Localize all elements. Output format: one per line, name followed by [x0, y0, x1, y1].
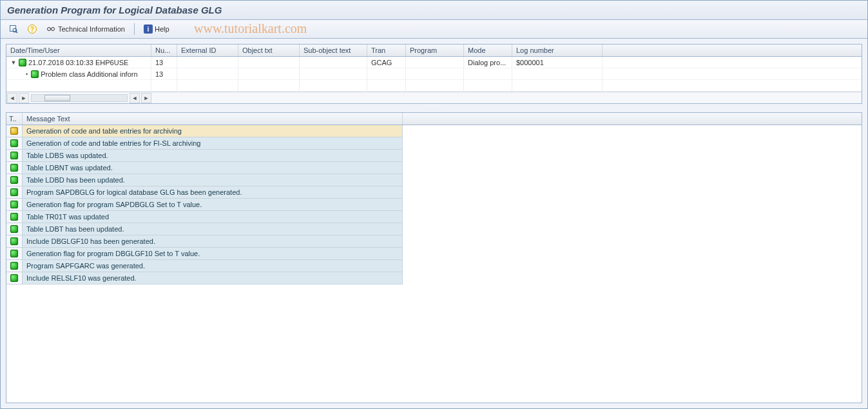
status-success-icon	[10, 152, 18, 159]
log-date-text: 21.07.2018 03:10:33 EHP6USE	[28, 59, 128, 66]
title-bar: Generation Program for Logical Database …	[1, 1, 867, 20]
log-sub-cell	[300, 68, 367, 79]
message-text-cell: Include RELSLF10 was generated.	[23, 272, 403, 284]
log-grid-header: Date/Time/User Nu... External ID Object …	[6, 45, 862, 57]
tech-info-button[interactable]: Technical Information	[43, 23, 128, 35]
message-text-cell: Table LDBD has been updated.	[23, 174, 403, 186]
status-success-icon	[10, 139, 18, 147]
log-sub-cell	[300, 57, 367, 68]
status-success-icon	[10, 274, 18, 282]
message-status-cell	[6, 186, 23, 199]
col-header-program[interactable]: Program	[406, 45, 464, 56]
message-row[interactable]: Generation of code and table entries for…	[6, 125, 862, 137]
status-success-icon	[10, 262, 18, 270]
message-row[interactable]: Generation of code and table entries for…	[6, 137, 862, 150]
log-obj-cell	[238, 57, 300, 68]
status-success-icon	[10, 213, 18, 221]
scroll-col-right-icon[interactable]: ►	[141, 93, 151, 103]
glasses-icon	[46, 24, 56, 34]
message-row[interactable]: Program SAPDBGLG for logical database GL…	[6, 186, 862, 199]
message-text-cell: Program SAPFGARC was generated.	[23, 260, 403, 272]
scroll-col-left-icon[interactable]: ◄	[130, 93, 140, 103]
scroll-thumb[interactable]	[44, 95, 70, 101]
message-status-cell	[6, 211, 23, 223]
message-row[interactable]: Include RELSLF10 was generated.	[6, 272, 862, 284]
toolbar-separator	[134, 23, 135, 35]
log-row[interactable]: • Problem class Additional inforn 13	[6, 68, 862, 80]
col-header-type[interactable]: T..	[6, 113, 23, 125]
message-text-cell: Table LDBT has been updated.	[23, 223, 403, 235]
log-lognum-cell	[512, 68, 603, 79]
log-tran-cell	[367, 68, 406, 79]
col-header-object-txt[interactable]: Object txt	[238, 45, 300, 56]
message-text-cell: Generation of code and table entries for…	[23, 125, 403, 137]
message-status-cell	[6, 260, 23, 272]
log-child-text: Problem class Additional inforn	[41, 70, 137, 78]
message-text-cell: Generation of code and table entries for…	[23, 137, 403, 150]
message-row[interactable]: Include DBGLGF10 has been generated.	[6, 235, 862, 248]
message-grid: T.. Message Text Generation of code and …	[6, 112, 862, 403]
message-row[interactable]: Table LDBS was updated.	[6, 150, 862, 162]
message-status-cell	[6, 235, 23, 248]
window-title: Generation Program for Logical Database …	[7, 5, 222, 15]
message-status-cell	[6, 125, 23, 137]
help-button[interactable]: i Help	[141, 23, 172, 35]
help-tip-button[interactable]: ?	[25, 23, 39, 35]
col-header-mode[interactable]: Mode	[464, 45, 512, 56]
help-icon: ?	[28, 25, 37, 34]
log-grid-scrollbar[interactable]: ◄ ► ◄ ►	[6, 92, 862, 103]
log-prog-cell	[406, 68, 464, 79]
message-row[interactable]: Generation flag for program SAPDBGLG Set…	[6, 199, 862, 211]
message-row[interactable]: Program SAPFGARC was generated.	[6, 260, 862, 272]
message-status-cell	[6, 223, 23, 235]
status-success-icon	[10, 250, 18, 257]
print-preview-icon	[8, 24, 19, 34]
message-status-cell	[6, 174, 23, 186]
message-grid-header: T.. Message Text	[6, 113, 862, 125]
app-window: Generation Program for Logical Database …	[0, 0, 868, 409]
status-success-icon	[10, 176, 18, 184]
status-led-icon	[19, 59, 26, 66]
col-header-message-text[interactable]: Message Text	[23, 113, 403, 125]
message-row[interactable]: Table TR01T was updated	[6, 211, 862, 223]
message-row[interactable]: Table LDBD has been updated.	[6, 174, 862, 186]
message-grid-body: Generation of code and table entries for…	[6, 125, 862, 403]
col-header-nu[interactable]: Nu...	[151, 45, 177, 56]
watermark: www.tutorialkart.com	[194, 21, 307, 36]
col-header-date[interactable]: Date/Time/User	[6, 45, 151, 56]
col-header-tran[interactable]: Tran	[367, 45, 406, 56]
log-mode-cell: Dialog pro...	[464, 57, 512, 68]
scroll-left-icon[interactable]: ◄	[7, 93, 17, 103]
message-row[interactable]: Table LDBNT was updated.	[6, 162, 862, 174]
splitter-handle[interactable]: · · · · · ·	[6, 106, 862, 110]
message-text-cell: Generation flag for program DBGLGF10 Set…	[23, 248, 403, 260]
log-row[interactable]: ▼ 21.07.2018 03:10:33 EHP6USE 13 GCAG Di…	[6, 57, 862, 68]
col-header-log-number[interactable]: Log number	[512, 45, 603, 56]
message-status-cell	[6, 248, 23, 260]
col-header-sub-object[interactable]: Sub-object text	[300, 45, 367, 56]
message-status-cell	[6, 162, 23, 174]
status-success-icon	[10, 237, 18, 245]
toolbar: ? Technical Information i Help www.tutor…	[1, 20, 867, 39]
message-text-cell: Generation flag for program SAPDBGLG Set…	[23, 199, 403, 211]
log-date-cell: • Problem class Additional inforn	[6, 68, 151, 79]
log-prog-cell	[406, 57, 464, 68]
svg-line-2	[16, 32, 17, 33]
info-icon: i	[144, 25, 153, 34]
message-row[interactable]: Table LDBT has been updated.	[6, 223, 862, 235]
message-text-cell: Table TR01T was updated	[23, 211, 403, 223]
message-text-cell: Program SAPDBGLG for logical database GL…	[23, 186, 403, 199]
message-status-cell	[6, 272, 23, 284]
svg-point-4	[52, 28, 55, 31]
status-success-icon	[10, 225, 18, 233]
tree-collapse-icon[interactable]: ▼	[10, 59, 17, 66]
message-status-cell	[6, 137, 23, 150]
log-blank-cell	[603, 68, 862, 79]
bullet-icon: •	[26, 71, 28, 77]
message-row[interactable]: Generation flag for program DBGLGF10 Set…	[6, 248, 862, 260]
col-header-external-id[interactable]: External ID	[177, 45, 238, 56]
scroll-track[interactable]	[31, 94, 128, 102]
print-preview-button[interactable]	[6, 23, 21, 35]
scroll-right-icon[interactable]: ►	[19, 93, 29, 103]
message-text-cell: Include DBGLGF10 has been generated.	[23, 235, 403, 248]
